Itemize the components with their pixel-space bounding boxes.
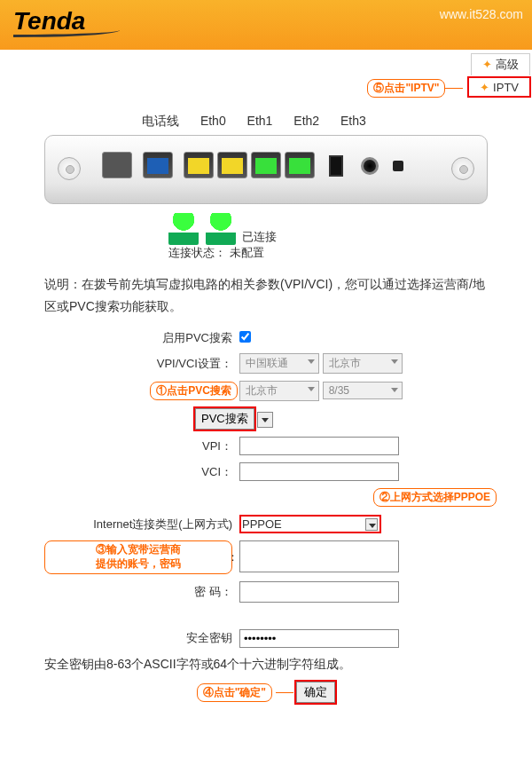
conn-type-row: Internet连接类型(上网方式) PPPOE bbox=[44, 515, 488, 533]
status-label: 连接状态： bbox=[168, 246, 226, 259]
chevron-down-icon bbox=[365, 518, 378, 531]
port-phone-icon bbox=[102, 152, 132, 178]
callout-4-arm bbox=[276, 692, 293, 693]
vpivci-row-2: ①点击PVC搜索 北京市 8/35 bbox=[44, 381, 488, 401]
vpi-row: VPI： bbox=[44, 437, 488, 455]
usb-port-icon bbox=[329, 155, 343, 177]
antenna-right-icon bbox=[451, 157, 474, 180]
port-label-eth3: Eth3 bbox=[340, 114, 366, 128]
conn-type-label: Internet连接类型(上网方式) bbox=[44, 517, 239, 532]
isp-select-value: 中国联通 bbox=[246, 357, 288, 369]
callout-2-row: ②上网方式选择PPPOE bbox=[44, 488, 488, 508]
tabs-area-2: ⑤点击"IPTV" ✦IPTV bbox=[0, 77, 532, 98]
vpivci-label: VPI/VCI设置： bbox=[44, 356, 239, 372]
chevron-down-icon bbox=[391, 388, 398, 392]
pvc-search-button[interactable]: PVC搜索 bbox=[195, 408, 254, 430]
conn-type-value: PPPOE bbox=[242, 517, 282, 531]
submit-button[interactable]: 确定 bbox=[296, 682, 335, 703]
status-value: 未配置 bbox=[230, 246, 264, 259]
password-row: 密 码： bbox=[44, 581, 488, 603]
port-eth0-icon bbox=[184, 152, 214, 178]
province-select[interactable]: 北京市 bbox=[323, 353, 403, 374]
router-illustration bbox=[44, 135, 488, 204]
callout-4: ④点击"确定" bbox=[197, 683, 272, 702]
vpi-label: VPI： bbox=[44, 438, 239, 454]
pvc-select-value: 8/35 bbox=[329, 384, 349, 397]
account-input[interactable] bbox=[239, 540, 399, 572]
conn-type-select[interactable]: PPPOE bbox=[239, 515, 381, 533]
account-row: ③输入宽带运营商 提供的账号，密码 ： bbox=[44, 540, 488, 573]
security-key-input[interactable] bbox=[239, 629, 399, 648]
security-key-row: 安全密钥 bbox=[44, 629, 488, 648]
vci-label: VCI： bbox=[44, 464, 239, 480]
reset-button-icon bbox=[393, 161, 403, 171]
port-eth1-icon bbox=[217, 152, 247, 178]
tab-advanced-label: 高级 bbox=[496, 58, 519, 71]
chevron-down-icon bbox=[308, 387, 315, 391]
province-select-value: 北京市 bbox=[329, 357, 361, 369]
chevron-down-icon bbox=[391, 359, 398, 364]
status-connected: 已连接 bbox=[242, 230, 277, 243]
pvc-dropdown-button[interactable] bbox=[257, 412, 273, 428]
vci-row: VCI： bbox=[44, 462, 488, 481]
port-label-phone: 电话线 bbox=[142, 114, 179, 128]
description-text: 说明：在拨号前先填写虚拟电路的相关参数(VPI/VCI)，您可以通过选择运营商/… bbox=[44, 273, 488, 318]
vci-input[interactable] bbox=[239, 462, 399, 481]
tab-icon: ✦ bbox=[480, 81, 489, 94]
main-content: 电话线 Eth0 Eth1 Eth2 Eth3 已连接 连 bbox=[0, 114, 532, 721]
watermark-text: www.it528.com bbox=[440, 7, 523, 21]
city-select-value: 北京市 bbox=[246, 384, 278, 397]
security-key-label: 安全密钥 bbox=[44, 630, 239, 646]
city-select[interactable]: 北京市 bbox=[239, 381, 319, 401]
tab-iptv-label: IPTV bbox=[493, 81, 519, 94]
port-eth2-icon bbox=[251, 152, 281, 178]
status-dev-icon bbox=[206, 213, 236, 245]
callout-3-line2: 提供的账号，密码 bbox=[96, 557, 181, 570]
tab-iptv[interactable]: ✦IPTV bbox=[468, 77, 530, 97]
pvc-search-row: PVC搜索 bbox=[44, 408, 488, 430]
isp-select[interactable]: 中国联通 bbox=[239, 353, 319, 374]
port-label-eth2: Eth2 bbox=[293, 114, 319, 128]
password-label: 密 码： bbox=[44, 584, 239, 600]
callout-3: ③输入宽带运营商 提供的账号，密码 bbox=[44, 540, 232, 573]
port-label-eth1: Eth1 bbox=[247, 114, 273, 128]
pvc-select[interactable]: 8/35 bbox=[323, 382, 403, 399]
account-suffix: ： bbox=[227, 549, 239, 565]
callout-5-arm bbox=[445, 88, 463, 89]
antenna-left-icon bbox=[58, 157, 81, 180]
port-label-eth0: Eth0 bbox=[200, 114, 226, 128]
pvc-enable-row: 启用PVC搜索 bbox=[44, 330, 488, 346]
tab-icon: ✦ bbox=[482, 58, 492, 71]
tabs-area: ✦高级 bbox=[0, 53, 532, 75]
port-labels-row: 电话线 Eth0 Eth1 Eth2 Eth3 bbox=[142, 114, 488, 130]
logo-underline bbox=[13, 30, 120, 37]
status-dev-icon bbox=[168, 213, 199, 245]
port-eth3-icon bbox=[285, 152, 315, 178]
header-bar: Tenda www.it528.com bbox=[0, 0, 532, 50]
pvc-enable-label: 启用PVC搜索 bbox=[44, 330, 239, 346]
chevron-down-icon bbox=[308, 359, 315, 364]
callout-1: ①点击PVC搜索 bbox=[150, 382, 238, 400]
router-body bbox=[44, 135, 488, 204]
power-jack-icon bbox=[361, 157, 379, 175]
submit-row: ④点击"确定" 确定 bbox=[44, 682, 488, 703]
tab-advanced[interactable]: ✦高级 bbox=[471, 53, 530, 75]
pvc-enable-checkbox[interactable] bbox=[239, 331, 251, 343]
callout-5: ⑤点击"IPTV" bbox=[367, 79, 445, 98]
security-key-hint: 安全密钥由8-63个ASCII字符或64个十六进制字符组成。 bbox=[44, 657, 488, 673]
status-row: 已连接 连接状态： 未配置 bbox=[168, 213, 488, 261]
callout-2: ②上网方式选择PPPOE bbox=[373, 488, 497, 507]
vpi-input[interactable] bbox=[239, 437, 399, 455]
callout-3-line1: ③输入宽带运营商 bbox=[96, 543, 181, 556]
port-wan-icon bbox=[143, 152, 173, 178]
vpivci-row-1: VPI/VCI设置： 中国联通 北京市 bbox=[44, 353, 488, 374]
password-input[interactable] bbox=[239, 581, 399, 603]
